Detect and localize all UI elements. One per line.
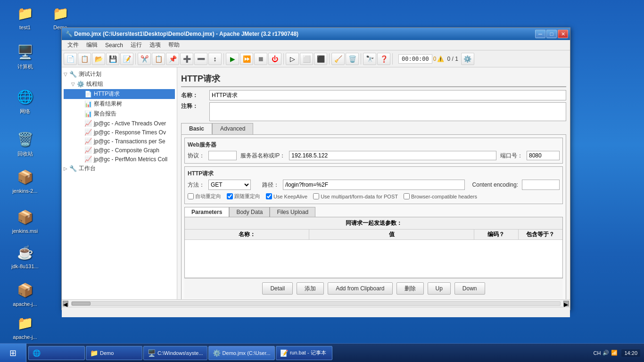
toolbar-new[interactable]: 📄 <box>64 53 77 65</box>
subtab-filesupload[interactable]: Files Upload <box>270 207 315 217</box>
toolbar-help[interactable]: ❓ <box>377 53 390 65</box>
desktop-icon-jenkins2[interactable]: 📦 jenkins-2... <box>8 167 41 194</box>
tree-item-result-tree[interactable]: 📊 察看结果树 <box>64 99 175 109</box>
toolbar-cut[interactable]: ✂️ <box>138 53 151 65</box>
toolbar-paste[interactable]: 📌 <box>166 53 179 65</box>
detail-button[interactable]: Detail <box>262 282 293 295</box>
tree-item-http-request[interactable]: 📄 HTTP请求 <box>64 89 175 99</box>
tree-item-jp-composite[interactable]: 📈 jp@gc - Composite Graph <box>64 146 175 155</box>
web-server-title: Web服务器 <box>188 141 560 149</box>
tray-icon1: 🔊 <box>603 350 609 356</box>
subtab-bar: Parameters Body Data Files Upload <box>184 207 563 217</box>
name-input[interactable] <box>209 90 566 100</box>
maximize-button[interactable]: □ <box>546 30 557 38</box>
keepalive-checkbox[interactable]: Use KeepAlive <box>266 193 307 199</box>
minimize-button[interactable]: ─ <box>535 30 545 38</box>
jmeter-window: 🔧 Demo.jmx (C:\Users\test1\Desktop\Demo\… <box>61 27 570 310</box>
auto-redirect-checkbox[interactable]: 自动重定向 <box>188 193 221 200</box>
menu-options[interactable]: 选项 <box>146 40 165 50</box>
method-select[interactable]: GET POST PUT DELETE <box>208 180 251 190</box>
subtab-bodydata[interactable]: Body Data <box>229 207 270 217</box>
toolbar-remote-stop[interactable]: ⬜ <box>300 53 313 65</box>
toolbar-open[interactable]: 📂 <box>92 53 105 65</box>
toolbar-collapse[interactable]: ➖ <box>194 53 207 65</box>
toolbar-timer-display: 00:00:00 <box>398 54 432 64</box>
tree-item-workbench[interactable]: ▷ 🔧 工作台 <box>64 164 175 173</box>
delete-button[interactable]: 删除 <box>396 282 424 295</box>
tab-bar: Basic Advanced <box>181 123 566 134</box>
tree-item-jp-perfmon[interactable]: 📈 jp@gc - PerfMon Metrics Coll <box>64 155 175 164</box>
toolbar-function-helper[interactable]: 🔭 <box>363 53 376 65</box>
desktop-icon-jdk[interactable]: ☕ jdk-8u131... <box>8 243 41 269</box>
desktop-icon-apache2[interactable]: 📁 apache-j... <box>8 313 41 340</box>
tab-basic[interactable]: Basic <box>181 123 212 134</box>
tree-item-thread-group[interactable]: ▽ ⚙️ 线程组 <box>64 79 175 89</box>
subtab-area: Parameters Body Data Files Upload 同请求一起发… <box>184 207 563 298</box>
toolbar-save[interactable]: 💾 <box>106 53 119 65</box>
desktop-icon-test1[interactable]: 📁 test1 <box>8 4 41 30</box>
desktop-icon-computer[interactable]: 🖥️ 计算机 <box>8 42 41 70</box>
toolbar-saveas[interactable]: 📝 <box>120 53 133 65</box>
toolbar-remote-start[interactable]: ▷ <box>286 53 299 65</box>
toolbar-status[interactable]: ⚙️ <box>461 53 474 65</box>
toolbar-stop[interactable]: ⏹ <box>254 53 267 65</box>
toolbar-remote-exit[interactable]: ⬛ <box>314 53 327 65</box>
toolbar-clear-all[interactable]: 🗑️ <box>346 53 359 65</box>
menu-file[interactable]: 文件 <box>64 40 83 50</box>
desktop-icon-recycle[interactable]: 🗑️ 回收站 <box>8 130 41 157</box>
add-button[interactable]: 添加 <box>297 282 324 295</box>
path-input[interactable] <box>283 180 465 190</box>
tree-item-jp-active[interactable]: 📈 jp@gc - Active Threads Over <box>64 119 175 128</box>
scroll-right[interactable]: ▶ <box>563 301 569 306</box>
add-clipboard-button[interactable]: Add from Clipboard <box>328 282 392 295</box>
toolbar-toggle[interactable]: ↕️ <box>208 53 222 65</box>
taskbar-runbat[interactable]: 📝 run.bat - 记事本 <box>276 346 332 360</box>
toolbar-sep5 <box>361 53 361 65</box>
menu-edit[interactable]: 编辑 <box>83 40 101 50</box>
scroll-left[interactable]: ◀ <box>63 301 68 306</box>
method-row: 方法： GET POST PUT DELETE 路径： Content enco… <box>188 180 560 190</box>
toolbar-shutdown[interactable]: ⏻ <box>268 53 281 65</box>
note-input[interactable] <box>209 102 566 121</box>
desktop-icon-apache1[interactable]: 📦 apache-j... <box>8 280 41 307</box>
bottom-scrollbar[interactable]: ◀ ▶ <box>62 299 570 307</box>
taskbar-cmd[interactable]: 🖥️ C:\Windows\syste... <box>143 346 207 360</box>
follow-redirect-checkbox[interactable]: 跟随重定向 <box>227 193 260 200</box>
menu-search[interactable]: Search <box>101 41 127 49</box>
taskbar-clock: 14:20 <box>621 349 640 357</box>
taskbar-tray: CH 🔊 📶 <box>594 350 618 356</box>
menu-help[interactable]: 帮助 <box>165 40 183 50</box>
encoding-input[interactable] <box>522 180 560 190</box>
port-input[interactable] <box>527 151 560 160</box>
up-button[interactable]: Up <box>428 282 451 295</box>
desktop-icon-jenkinsmsi[interactable]: 📦 jenkins.msi <box>8 207 41 234</box>
start-button[interactable]: ⊞ <box>0 344 26 362</box>
toolbar-start[interactable]: ▶ <box>226 53 239 65</box>
menu-run[interactable]: 运行 <box>127 40 146 50</box>
multipart-checkbox[interactable]: Use multipart/form-data for POST <box>313 193 398 199</box>
scrollbar-thumb[interactable] <box>72 302 91 305</box>
taskbar-ie[interactable]: 🌐 <box>28 346 85 360</box>
toolbar-copy[interactable]: 📋 <box>152 53 165 65</box>
toolbar-clear[interactable]: 🧹 <box>331 53 345 65</box>
tab-advanced[interactable]: Advanced <box>212 123 253 134</box>
tree-item-jp-response[interactable]: 📈 jp@gc - Response Times Ov <box>64 128 175 137</box>
taskbar-jmeter[interactable]: ⚙️ Demo.jmx (C:\User... <box>208 346 275 360</box>
content-panel: HTTP请求 名称： 注释： Basic Advanced <box>177 67 570 299</box>
toolbar-start-no-pause[interactable]: ⏩ <box>240 53 253 65</box>
protocol-input[interactable] <box>208 151 237 160</box>
browser-headers-checkbox[interactable]: Browser-compatible headers <box>404 193 477 199</box>
toolbar-open-template[interactable]: 📋 <box>78 53 91 65</box>
tree-item-jp-transactions[interactable]: 📈 jp@gc - Transactions per Se <box>64 137 175 146</box>
close-button[interactable]: ✕ <box>558 30 568 38</box>
desktop-icon-demo[interactable]: 📁 Demo <box>44 4 77 30</box>
server-input[interactable] <box>289 151 496 160</box>
scrollbar-track[interactable] <box>71 301 561 306</box>
desktop-icon-network[interactable]: 🌐 网络 <box>8 87 41 115</box>
tree-item-test-plan[interactable]: ▽ 🔧 测试计划 <box>64 69 175 79</box>
toolbar-expand[interactable]: ➕ <box>180 53 193 65</box>
taskbar-demo[interactable]: 📁 Demo <box>86 346 142 360</box>
tree-item-aggregate[interactable]: 📊 聚合报告 <box>64 109 175 119</box>
subtab-parameters[interactable]: Parameters <box>184 207 229 217</box>
down-button[interactable]: Down <box>454 282 485 295</box>
